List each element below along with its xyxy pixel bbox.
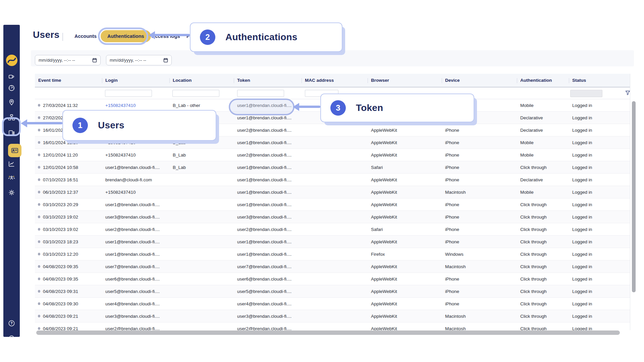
- cell-location: [169, 174, 234, 186]
- cell-token: user1@brendan.cloudi-fi....: [234, 186, 302, 198]
- callout-3-arrow-line: [299, 106, 320, 108]
- column-header-location[interactable]: Location: [169, 74, 234, 87]
- sidebar-item-analytics[interactable]: [3, 160, 20, 168]
- sidebar-item-settings[interactable]: [3, 188, 20, 196]
- login-filter-input[interactable]: [105, 90, 152, 97]
- table-row[interactable]: 04/08/2023 09:35user6@brendan.cloudi-fi.…: [35, 273, 630, 285]
- column-header-status[interactable]: Status: [569, 74, 630, 87]
- table-row[interactable]: 03/10/2023 19:02user2@brendan.cloudi-fi.…: [35, 223, 630, 236]
- table-row[interactable]: 12/01/2024 11:20+15082437410B_Labuser2@b…: [35, 149, 630, 161]
- sidebar-item-users-active[interactable]: [8, 144, 21, 157]
- column-header-authentication[interactable]: Authentication: [517, 74, 569, 87]
- headset-icon: [8, 335, 15, 342]
- table-row[interactable]: 04/08/2023 09:21user3@brendan.cloudi-fi.…: [35, 310, 630, 322]
- cell-login: user2@brendan.cloudi-fi....: [102, 322, 169, 330]
- location-filter-input[interactable]: [172, 90, 219, 97]
- row-status-dot: [38, 290, 40, 293]
- table-row[interactable]: 03/10/2023 20:29user1@brendan.cloudi-fi.…: [35, 198, 630, 211]
- line-chart-icon: [8, 160, 15, 168]
- cell-login: user2@brendan.cloudi-fi....: [102, 223, 169, 235]
- cell-login: user3@brendan.cloudi-fi....: [102, 211, 169, 223]
- cell-device: iPhone: [442, 161, 517, 173]
- column-header-login[interactable]: Login: [102, 74, 169, 87]
- status-filter-input[interactable]: [570, 90, 602, 97]
- cell-browser: AppleWebKit: [368, 149, 442, 161]
- row-status-dot: [38, 240, 40, 243]
- cell-event-time: 03/10/2023 20:29: [35, 198, 102, 210]
- date-from-input[interactable]: mm/dd/yyyy, --:-- --: [35, 55, 101, 65]
- cell-browser: Safari: [368, 223, 442, 235]
- sidebar-item-locations[interactable]: [3, 98, 20, 106]
- table-row[interactable]: 04/08/2023 09:21user2@brendan.cloudi-fi.…: [35, 322, 630, 330]
- table-row[interactable]: 12/01/2024 10:58user1@brendan.cloudi-fi.…: [35, 161, 630, 174]
- row-status-dot: [38, 129, 40, 131]
- column-header-browser[interactable]: Browser: [368, 74, 442, 87]
- cloudi-fi-logo[interactable]: [3, 54, 20, 67]
- table-row[interactable]: 04/08/2023 09:31user5@brendan.cloudi-fi.…: [35, 285, 630, 298]
- column-header-event-time[interactable]: Event time: [35, 74, 102, 87]
- sidebar: ?: [3, 25, 20, 337]
- cell-location: [169, 236, 234, 248]
- cell-location: [169, 223, 234, 235]
- tab-accounts[interactable]: Accounts: [74, 34, 97, 39]
- coffee-cup-icon: [8, 73, 15, 80]
- sidebar-item-help[interactable]: ?: [3, 319, 20, 327]
- sidebar-item-support[interactable]: [3, 334, 20, 342]
- sidebar-item-account[interactable]: [3, 349, 20, 357]
- cell-device: iPhone: [442, 298, 517, 310]
- cell-status: Logged in: [569, 174, 630, 186]
- cell-authentication: Click through: [517, 198, 569, 210]
- cell-token: user2@brendan.cloudi-fi....: [234, 223, 302, 235]
- cell-location: [169, 198, 234, 210]
- sidebar-item-captive-portal[interactable]: [3, 72, 20, 80]
- callout-2-label: Authentications: [225, 32, 298, 43]
- cell-token: user5@brendan.cloudi-fi....: [234, 285, 302, 297]
- cell-login: +15082437410: [102, 149, 169, 161]
- column-header-device[interactable]: Device: [442, 74, 517, 87]
- date-to-input[interactable]: mm/dd/yyyy, --:-- --: [106, 55, 172, 65]
- table-row[interactable]: 04/08/2023 09:30user4@brendan.cloudi-fi.…: [35, 298, 630, 310]
- table-row[interactable]: 06/10/2023 12:37+15082437410user1@brenda…: [35, 186, 630, 198]
- cell-mac-address: [302, 198, 368, 210]
- column-header-mac-address[interactable]: MAC address: [302, 74, 368, 87]
- cell-status: Logged in: [569, 223, 630, 235]
- column-header-token[interactable]: Token: [234, 74, 302, 87]
- table-row[interactable]: 03/10/2023 18:23user1@brendan.cloudi-fi.…: [35, 236, 630, 248]
- horizontal-scrollbar[interactable]: [36, 330, 620, 335]
- svg-text:?: ?: [10, 321, 12, 325]
- cell-device: Macintosh: [442, 186, 517, 198]
- login-link[interactable]: +15082437410: [105, 103, 136, 108]
- token-filter-input[interactable]: [237, 90, 284, 97]
- cell-token: user2@brendan.cloudi-fi....: [234, 322, 302, 330]
- cell-browser: AppleWebKit: [368, 174, 442, 186]
- table-row[interactable]: 07/10/2023 16:51brendan@cloudi-fi.comuse…: [35, 174, 630, 186]
- row-status-dot: [38, 203, 40, 206]
- cell-token: user4@brendan.cloudi-fi....: [234, 298, 302, 310]
- cell-mac-address: [302, 186, 368, 198]
- cell-token: user3@brendan.cloudi-fi....: [234, 211, 302, 223]
- cell-login: user1@brendan.cloudi-fi....: [102, 161, 169, 173]
- annotation-ring-users-icon: [2, 117, 21, 136]
- cell-mac-address: [302, 260, 368, 273]
- sidebar-item-user-group[interactable]: [3, 174, 20, 182]
- callout-2-number: 2: [200, 29, 215, 45]
- cell-token: user1@brendan.cloudi-fi....: [234, 161, 302, 173]
- filter-funnel-icon[interactable]: [625, 90, 630, 97]
- cell-device: iPhone: [442, 211, 517, 223]
- sidebar-item-dashboard[interactable]: [3, 84, 20, 92]
- cell-device: Macintosh: [442, 310, 517, 322]
- cell-status: Logged in: [569, 248, 630, 260]
- table-row[interactable]: 04/08/2023 09:35user7@brendan.cloudi-fi.…: [35, 260, 630, 273]
- cell-token: user1@brendan.cloudi-fi....: [234, 236, 302, 248]
- cell-browser: AppleWebKit: [368, 298, 442, 310]
- row-status-dot: [38, 166, 40, 169]
- cell-login: user7@brendan.cloudi-fi....: [102, 260, 169, 273]
- table-row[interactable]: 03/10/2023 19:02user3@brendan.cloudi-fi.…: [35, 211, 630, 223]
- settings-gear-icon: [8, 189, 15, 196]
- user-group-icon: [8, 174, 15, 182]
- vertical-scrollbar[interactable]: [632, 101, 636, 292]
- table-row[interactable]: 03/10/2023 12:20user1@brendan.cloudi-fi.…: [35, 248, 630, 260]
- dashboard-gauge-icon: [8, 84, 15, 92]
- screenshot-canvas: ? Users AccountsAuthenticationsAccess lo…: [0, 0, 644, 362]
- cell-status: Logged in: [569, 136, 630, 148]
